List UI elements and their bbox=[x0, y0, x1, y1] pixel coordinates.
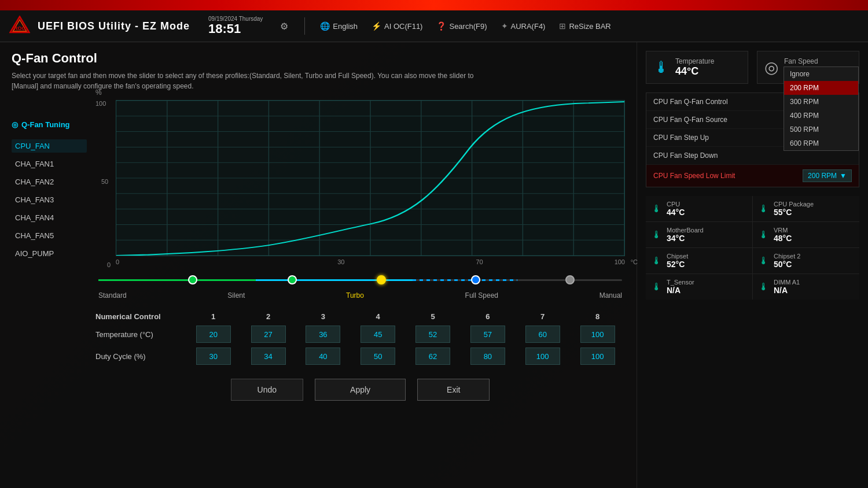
temp-1[interactable]: 20 bbox=[196, 326, 231, 343]
dot-turbo[interactable] bbox=[377, 275, 386, 284]
nav-ai-oc[interactable]: ⚡ AI OC(F11) bbox=[372, 21, 422, 31]
temp-7[interactable]: 60 bbox=[525, 326, 560, 343]
track-dashed bbox=[413, 279, 517, 281]
profile-labels: Standard Silent Turbo Full Speed Manual bbox=[98, 291, 622, 300]
q-source-label: CPU Fan Q-Fan Source bbox=[653, 116, 727, 124]
cpu-therm-icon: 🌡 bbox=[652, 203, 662, 215]
nav-resize[interactable]: ⊞ ReSize BAR bbox=[559, 21, 610, 31]
tsensor-info: T_Sensor N/A bbox=[667, 279, 694, 295]
apply-button[interactable]: Apply bbox=[315, 379, 406, 401]
duty-7[interactable]: 100 bbox=[525, 347, 560, 365]
col-4: 4 bbox=[351, 310, 406, 323]
dot-standard[interactable] bbox=[188, 275, 197, 284]
fan-item-cpu[interactable]: CPU_FAN bbox=[12, 139, 87, 153]
fan-item-cha3[interactable]: CHA_FAN3 bbox=[12, 193, 87, 206]
option-ignore[interactable]: Ignore bbox=[784, 67, 858, 81]
track-green bbox=[98, 279, 256, 281]
duty-6[interactable]: 80 bbox=[470, 347, 505, 365]
chipset2-name: Chipset 2 bbox=[774, 253, 800, 260]
cpu-temp: 44°C bbox=[667, 208, 685, 217]
temp-8[interactable]: 100 bbox=[580, 326, 615, 343]
x-label-30: 30 bbox=[337, 258, 344, 265]
temp-5[interactable]: 52 bbox=[415, 326, 450, 343]
step-down-label: CPU Fan Step Down bbox=[653, 151, 718, 160]
chart-area bbox=[116, 100, 625, 256]
tsensor-icon: 🌡 bbox=[652, 281, 662, 293]
duty-2[interactable]: 34 bbox=[251, 347, 286, 365]
sensor-cpu-package: 🌡 CPU Package 55°C bbox=[753, 196, 859, 221]
cpu-pkg-temp: 55°C bbox=[774, 208, 814, 217]
qfan-section: ◎ Q-Fan Tuning CPU_FAN CHA_FAN1 CHA_FAN2… bbox=[12, 100, 625, 479]
dimm-info: DIMM A1 N/A bbox=[774, 279, 800, 295]
duty-4[interactable]: 50 bbox=[361, 347, 395, 365]
settings-icon[interactable]: ⚙ bbox=[280, 21, 288, 32]
fan-item-cha5[interactable]: CHA_FAN5 bbox=[12, 229, 87, 242]
temp-value: 44°C bbox=[675, 65, 714, 77]
sensor-chipset2: 🌡 Chipset 2 50°C bbox=[753, 248, 859, 273]
duty-1[interactable]: 30 bbox=[196, 347, 231, 365]
option-200rpm[interactable]: 200 RPM bbox=[784, 81, 858, 95]
duty-row-label: Duty Cycle (%) bbox=[95, 345, 186, 367]
dot-fullspeed[interactable] bbox=[471, 275, 480, 284]
temp-3[interactable]: 36 bbox=[306, 326, 340, 343]
fan-item-aio[interactable]: AIO_PUMP bbox=[12, 247, 87, 260]
low-limit-select[interactable]: 200 RPM ▼ bbox=[803, 169, 852, 182]
low-limit-label: CPU Fan Speed Low Limit bbox=[653, 172, 735, 180]
chart-container: 100 50 0 % bbox=[95, 100, 625, 479]
top-red-bar bbox=[0, 0, 868, 10]
y-axis-100: 100 bbox=[95, 100, 106, 107]
dot-silent[interactable] bbox=[288, 275, 297, 284]
qfan-icon: ◎ bbox=[12, 120, 18, 129]
exit-button[interactable]: Exit bbox=[417, 379, 490, 401]
option-400rpm[interactable]: 400 RPM bbox=[784, 109, 858, 123]
col-3: 3 bbox=[296, 310, 351, 323]
mb-info: MotherBoard 34°C bbox=[667, 227, 704, 243]
temp-4[interactable]: 45 bbox=[361, 326, 395, 343]
vrm-name: VRM bbox=[774, 227, 792, 234]
fan-item-cha2[interactable]: CHA_FAN2 bbox=[12, 175, 87, 188]
row-low-limit: CPU Fan Speed Low Limit 200 RPM ▼ Ignore… bbox=[646, 165, 859, 187]
undo-button[interactable]: Undo bbox=[231, 379, 303, 401]
col-6: 6 bbox=[460, 310, 515, 323]
temp-2[interactable]: 27 bbox=[251, 326, 286, 343]
vrm-temp: 48°C bbox=[774, 234, 792, 243]
x-axis-labels: 0 30 70 100 °C bbox=[116, 256, 625, 265]
thermometer-icon: 🌡 bbox=[653, 58, 670, 77]
dot-manual[interactable] bbox=[565, 275, 575, 284]
col-7: 7 bbox=[515, 310, 570, 323]
main-panel: Q-Fan Control Select your target fan and… bbox=[0, 42, 637, 488]
duty-3[interactable]: 40 bbox=[306, 347, 340, 365]
fanspeed-label: Fan Speed bbox=[784, 57, 833, 65]
search-icon: ❓ bbox=[436, 21, 446, 31]
temp-6[interactable]: 57 bbox=[470, 326, 505, 343]
option-500rpm[interactable]: 500 RPM bbox=[784, 123, 858, 136]
cpu-name: CPU bbox=[667, 201, 685, 208]
option-600rpm[interactable]: 600 RPM bbox=[784, 136, 858, 150]
nav-aura[interactable]: ✦ AURA(F4) bbox=[501, 21, 546, 31]
rpm-dropdown[interactable]: Ignore 200 RPM 300 RPM 400 RPM 500 RPM 6… bbox=[784, 66, 859, 151]
chipset2-info: Chipset 2 50°C bbox=[774, 253, 800, 269]
sensor-vrm: 🌡 VRM 48°C bbox=[753, 222, 859, 247]
x-label-0: 0 bbox=[116, 258, 119, 265]
sensor-t-sensor: 🌡 T_Sensor N/A bbox=[646, 274, 752, 300]
cpu-pkg-icon: 🌡 bbox=[759, 203, 769, 215]
duty-5[interactable]: 62 bbox=[415, 347, 450, 365]
fan-item-cha1[interactable]: CHA_FAN1 bbox=[12, 157, 87, 171]
resize-icon: ⊞ bbox=[559, 21, 566, 31]
aura-icon: ✦ bbox=[501, 21, 508, 31]
page-title: Q-Fan Control bbox=[12, 51, 625, 66]
x-label-100: 100 °C bbox=[615, 258, 625, 265]
y-axis-50: 50 bbox=[101, 178, 108, 185]
svg-text:ROG: ROG bbox=[14, 25, 26, 31]
sensor-grid: 🌡 CPU 44°C 🌡 CPU Package 55°C 🌡 bbox=[646, 196, 859, 300]
nav-search[interactable]: ❓ Search(F9) bbox=[436, 21, 487, 31]
dimm-temp: N/A bbox=[774, 286, 800, 295]
option-300rpm[interactable]: 300 RPM bbox=[784, 95, 858, 109]
num-control-header: Numerical Control bbox=[95, 310, 186, 323]
duty-8[interactable]: 100 bbox=[580, 347, 615, 365]
col-5: 5 bbox=[406, 310, 461, 323]
track-cyan bbox=[256, 279, 413, 281]
fan-item-cha4[interactable]: CHA_FAN4 bbox=[12, 211, 87, 224]
nav-language[interactable]: 🌐 English bbox=[320, 21, 358, 31]
nav-search-label: Search(F9) bbox=[449, 22, 487, 31]
